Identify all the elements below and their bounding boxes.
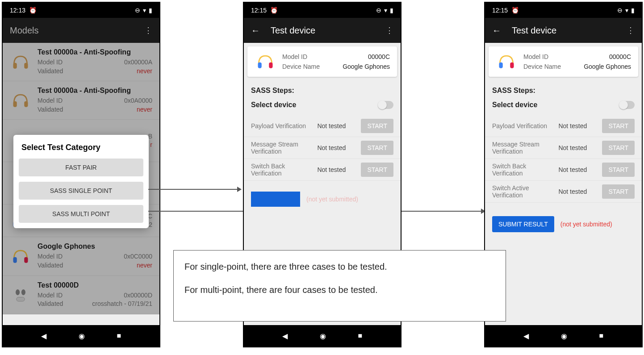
app-bar: Models ⋮ xyxy=(3,18,159,43)
select-device-row: Select device xyxy=(244,96,401,115)
headphones-icon xyxy=(10,246,31,267)
model-item[interactable]: Test 00000a - Anti-Spoofing Model ID0x0A… xyxy=(3,81,159,120)
back-arrow-icon[interactable]: ← xyxy=(492,25,501,36)
svg-rect-12 xyxy=(269,63,272,68)
svg-rect-14 xyxy=(510,63,514,68)
model-id-value: 0x00000A xyxy=(124,58,152,67)
model-item[interactable]: Test 00000D Model ID0x00000D Validatedcr… xyxy=(3,276,159,314)
start-button[interactable]: START xyxy=(602,184,635,199)
headphones-icon xyxy=(496,51,517,72)
nav-recents-icon[interactable]: ■ xyxy=(117,332,121,340)
not-submitted-label: (not yet submitted) xyxy=(306,196,358,203)
model-title: Test 00000a - Anti-Spoofing xyxy=(38,48,152,56)
select-test-category-dialog: Select Test Category FAST PAIR SASS SING… xyxy=(13,135,149,228)
wifi-icon: ▾ xyxy=(143,7,146,14)
nav-bar: ◀ ◉ ■ xyxy=(3,325,159,347)
page-title: Test device xyxy=(512,25,616,36)
svg-rect-13 xyxy=(499,63,503,68)
start-button[interactable]: START xyxy=(602,119,635,133)
status-time: 12:15 xyxy=(251,7,267,14)
submit-result-button[interactable]: SUBMIT RESULT xyxy=(492,216,554,232)
status-bar: 12:13 ⏰ ⊖ ▾ ▮ xyxy=(3,3,159,18)
submit-row-cutoff: (not yet submitted) xyxy=(244,181,401,207)
test-row: Payload Verification Not tested START xyxy=(244,115,401,137)
device-card: Model ID00000C Device NameGoogle Gphones xyxy=(247,46,397,77)
nav-back-icon[interactable]: ◀ xyxy=(282,332,288,340)
svg-rect-11 xyxy=(258,63,262,68)
start-button[interactable]: START xyxy=(602,141,635,155)
headphones-icon xyxy=(255,51,276,72)
back-arrow-icon[interactable]: ← xyxy=(251,25,260,36)
select-device-toggle[interactable] xyxy=(619,101,635,109)
test-row: Switch Active Verification Not tested ST… xyxy=(485,181,642,203)
submit-row: SUBMIT RESULT (not yet submitted) xyxy=(485,203,642,232)
status-bar: 12:15 ⏰ ⊖ ▾ ▮ xyxy=(485,3,642,18)
overflow-menu-icon[interactable]: ⋮ xyxy=(385,25,393,35)
status-bar: 12:15 ⏰ ⊖ ▾ ▮ xyxy=(244,3,401,18)
page-title: Test device xyxy=(271,25,375,36)
validated-value: never xyxy=(137,67,152,76)
svg-rect-10 xyxy=(17,297,25,301)
nav-home-icon[interactable]: ◉ xyxy=(79,332,85,340)
alarm-icon: ⏰ xyxy=(270,7,278,14)
start-button[interactable]: START xyxy=(361,141,393,155)
svg-rect-6 xyxy=(13,257,17,263)
svg-rect-0 xyxy=(13,63,17,68)
sass-single-point-button[interactable]: SASS SINGLE POINT xyxy=(19,182,143,200)
svg-rect-1 xyxy=(24,63,28,68)
arrow-single xyxy=(148,187,242,192)
nav-bar: ◀ ◉ ■ xyxy=(244,325,401,347)
svg-rect-2 xyxy=(13,101,17,107)
nav-bar: ◀ ◉ ■ xyxy=(485,325,642,347)
note-line-2: For multi-point, there are four cases to… xyxy=(184,284,495,296)
sass-steps-label: SASS Steps: xyxy=(485,80,642,96)
test-row: Switch Back Verification Not tested STAR… xyxy=(244,159,401,181)
fast-pair-button[interactable]: FAST PAIR xyxy=(19,159,143,176)
test-row: Payload Verification Not tested START xyxy=(485,115,642,137)
overflow-menu-icon[interactable]: ⋮ xyxy=(627,25,635,35)
status-time: 12:15 xyxy=(492,7,508,14)
select-device-row: Select device xyxy=(485,96,642,115)
model-item[interactable]: Test 00000a - Anti-Spoofing Model ID0x00… xyxy=(3,43,159,81)
note-line-1: For single-point, there are three cases … xyxy=(184,260,495,273)
model-title: Test 00000a - Anti-Spoofing xyxy=(38,87,152,95)
start-button[interactable]: START xyxy=(602,163,635,177)
dnd-icon: ⊖ xyxy=(617,7,623,14)
start-button[interactable]: START xyxy=(361,119,393,133)
alarm-icon: ⏰ xyxy=(29,7,37,14)
app-bar: ← Test device ⋮ xyxy=(244,18,401,43)
nav-home-icon[interactable]: ◉ xyxy=(320,332,326,340)
not-submitted-label: (not yet submitted) xyxy=(560,221,612,228)
svg-rect-3 xyxy=(24,101,28,107)
start-button[interactable]: START xyxy=(361,163,393,177)
sass-steps-label: SASS Steps: xyxy=(244,80,401,96)
nav-recents-icon[interactable]: ■ xyxy=(599,332,603,340)
nav-recents-icon[interactable]: ■ xyxy=(358,332,362,340)
device-card: Model ID00000C Device NameGoogle Gphones xyxy=(489,46,638,77)
battery-icon: ▮ xyxy=(149,7,152,14)
page-title: Models xyxy=(10,25,134,36)
earbuds-icon xyxy=(10,284,31,305)
phone-models: 12:13 ⏰ ⊖ ▾ ▮ Models ⋮ Test 00000a - Ant… xyxy=(2,2,160,347)
svg-rect-7 xyxy=(24,257,28,263)
model-item[interactable]: Google Gphones Model ID0x0C0000 Validate… xyxy=(3,237,159,276)
dialog-title: Select Test Category xyxy=(19,143,143,152)
wifi-icon: ▾ xyxy=(625,7,628,14)
phone-multi-point: 12:15 ⏰ ⊖ ▾ ▮ ← Test device ⋮ Model ID00… xyxy=(484,2,643,347)
app-bar: ← Test device ⋮ xyxy=(485,18,642,43)
nav-home-icon[interactable]: ◉ xyxy=(561,332,567,340)
status-time: 12:13 xyxy=(10,7,25,14)
select-device-toggle[interactable] xyxy=(378,101,393,109)
submit-result-button[interactable] xyxy=(251,192,300,207)
headphones-icon xyxy=(10,90,31,111)
dnd-icon: ⊖ xyxy=(376,7,381,14)
sass-multi-point-button[interactable]: SASS MULTI POINT xyxy=(19,205,143,223)
nav-back-icon[interactable]: ◀ xyxy=(523,332,529,340)
headphones-icon xyxy=(10,51,31,73)
battery-icon: ▮ xyxy=(631,7,635,14)
overflow-menu-icon[interactable]: ⋮ xyxy=(144,25,152,35)
test-row: Switch Back Verification Not tested STAR… xyxy=(485,159,642,181)
svg-point-9 xyxy=(21,289,25,295)
nav-back-icon[interactable]: ◀ xyxy=(41,332,46,340)
battery-icon: ▮ xyxy=(390,7,393,14)
